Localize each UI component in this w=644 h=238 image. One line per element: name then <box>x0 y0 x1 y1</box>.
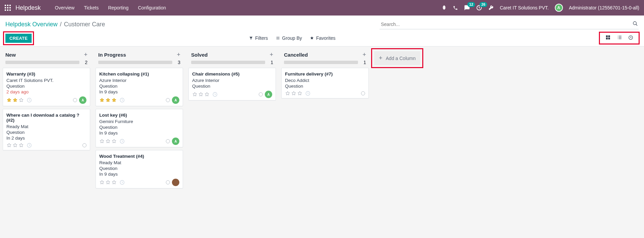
column-quick-create[interactable]: + <box>84 51 87 58</box>
priority-stars[interactable] <box>192 92 218 97</box>
card-customer: Ready Mat <box>6 124 86 129</box>
column-progress[interactable] <box>191 61 265 64</box>
column-count: 1 <box>268 60 273 65</box>
kanban-column: Cancelled+1Furniture delivery (#7)Deco A… <box>279 50 371 101</box>
priority-stars[interactable] <box>99 180 125 185</box>
nav-link-tickets[interactable]: Tickets <box>79 5 103 10</box>
kanban-card[interactable]: Wood Treatment (#4)Ready MatQuestionIn 9… <box>96 150 183 188</box>
chat-icon[interactable]: 12 <box>464 5 470 11</box>
assignee-avatar[interactable]: A <box>79 96 86 104</box>
add-column-button[interactable]: +Add a Column <box>374 51 420 65</box>
svg-line-31 <box>29 145 30 146</box>
wrench-icon[interactable] <box>488 5 494 10</box>
list-view-button[interactable] <box>617 35 622 41</box>
card-due: In 2 days <box>6 136 86 141</box>
assignee-avatar[interactable]: A <box>172 96 179 104</box>
breadcrumb: Helpdesk Overview / Customer Care <box>5 21 105 28</box>
activity-view-button[interactable] <box>628 35 633 41</box>
column-title[interactable]: In Progress <box>98 52 126 58</box>
apps-icon[interactable] <box>5 5 11 11</box>
assignee-avatar[interactable]: A <box>172 138 179 145</box>
card-customer: Gemini Furniture <box>99 119 179 124</box>
kanban-card[interactable]: Kitchen collapsing (#1)Azure InteriorQue… <box>96 68 183 106</box>
search-icon[interactable] <box>633 21 638 28</box>
column-title[interactable]: New <box>5 52 16 58</box>
column-count: 3 <box>175 60 180 65</box>
column-title[interactable]: Solved <box>191 52 208 58</box>
create-button[interactable]: CREATE <box>5 34 32 43</box>
kanban-card[interactable]: Where can I download a catalog ? (#2)Rea… <box>3 109 90 150</box>
card-title: Where can I download a catalog ? (#2) <box>6 113 86 123</box>
bug-icon[interactable] <box>441 5 447 10</box>
svg-rect-3 <box>5 7 6 8</box>
column-progress[interactable] <box>5 61 79 64</box>
svg-line-34 <box>122 100 123 100</box>
user-name[interactable]: Administrator (12556701-15-0-all) <box>569 5 639 10</box>
svg-line-43 <box>215 94 216 95</box>
search-options: Filters Group By Favorites <box>249 35 335 41</box>
card-customer: Caret IT Solutions PVT. <box>6 78 86 83</box>
groupby-button[interactable]: Group By <box>276 35 302 41</box>
kanban-state-dot[interactable] <box>361 91 365 95</box>
favorites-button[interactable]: Favorites <box>310 35 335 41</box>
kanban-state-dot[interactable] <box>166 139 170 143</box>
kanban-card[interactable]: Lost key (#6)Gemini FurnitureQuestionIn … <box>96 109 183 147</box>
company-name[interactable]: Caret IT Solutions PVT. <box>500 5 548 10</box>
priority-stars[interactable] <box>6 143 32 148</box>
view-switch <box>603 34 636 42</box>
column-count: 1 <box>361 60 366 65</box>
card-type: Question <box>99 125 179 130</box>
control-panel: Helpdesk Overview / Customer Care CREATE… <box>0 16 644 47</box>
brand[interactable]: Helpdesk <box>15 4 41 11</box>
svg-point-10 <box>633 22 636 25</box>
nav-left: Helpdesk OverviewTicketsReportingConfigu… <box>5 4 171 11</box>
kanban-column: Solved+1Chair dimensions (#5)Azure Inter… <box>186 50 279 103</box>
card-due: In 9 days <box>99 130 179 136</box>
plus-icon: + <box>379 55 383 62</box>
kanban-column: New+2Warranty (#3)Caret IT Solutions PVT… <box>0 50 93 153</box>
column-progress[interactable] <box>284 61 358 64</box>
column-quick-create[interactable]: + <box>362 51 366 58</box>
card-type: Question <box>99 84 179 89</box>
card-customer: Ready Mat <box>99 160 179 165</box>
priority-stars[interactable] <box>99 139 125 144</box>
card-due: 2 days ago <box>6 89 86 94</box>
nav-link-configuration[interactable]: Configuration <box>133 5 171 10</box>
assignee-avatar[interactable]: A <box>265 91 272 98</box>
priority-stars[interactable] <box>285 91 311 96</box>
avatar[interactable]: A <box>555 4 563 12</box>
svg-rect-2 <box>9 5 11 6</box>
kanban-card[interactable]: Chair dimensions (#5)Azure InteriorQuest… <box>188 68 276 100</box>
kanban-state-dot[interactable] <box>73 98 77 102</box>
kanban-card[interactable]: Warranty (#3)Caret IT Solutions PVT.Ques… <box>3 68 90 106</box>
priority-stars[interactable] <box>99 97 125 103</box>
card-title: Chair dimensions (#5) <box>192 71 272 77</box>
nav-link-overview[interactable]: Overview <box>50 5 79 10</box>
column-quick-create[interactable]: + <box>177 51 180 58</box>
search-input[interactable] <box>380 20 639 29</box>
kanban-card[interactable]: Furniture delivery (#7)Deco AddictQuesti… <box>281 68 369 98</box>
filters-button[interactable]: Filters <box>249 35 268 41</box>
column-progress[interactable] <box>98 61 172 64</box>
nav-link-reporting[interactable]: Reporting <box>103 5 133 10</box>
phone-icon[interactable] <box>453 5 458 10</box>
kanban-state-dot[interactable] <box>166 98 170 102</box>
add-column-highlight: +Add a Column <box>374 51 420 65</box>
priority-stars[interactable] <box>6 97 32 103</box>
svg-rect-8 <box>9 9 11 11</box>
card-customer: Azure Interior <box>99 78 179 83</box>
column-title[interactable]: Cancelled <box>284 52 308 58</box>
kanban-view-button[interactable] <box>605 35 611 41</box>
column-quick-create[interactable]: + <box>270 51 273 58</box>
svg-line-37 <box>122 141 123 142</box>
kanban-board: New+2Warranty (#3)Caret IT Solutions PVT… <box>0 47 644 238</box>
activity-icon[interactable]: 26 <box>476 5 482 11</box>
kanban-state-dot[interactable] <box>166 180 170 184</box>
assignee-avatar[interactable] <box>172 179 179 186</box>
svg-line-11 <box>636 24 637 26</box>
svg-rect-7 <box>7 9 8 11</box>
breadcrumb-root[interactable]: Helpdesk Overview <box>5 21 58 28</box>
kanban-state-dot[interactable] <box>259 92 263 96</box>
svg-rect-4 <box>7 7 8 8</box>
kanban-state-dot[interactable] <box>82 143 86 147</box>
